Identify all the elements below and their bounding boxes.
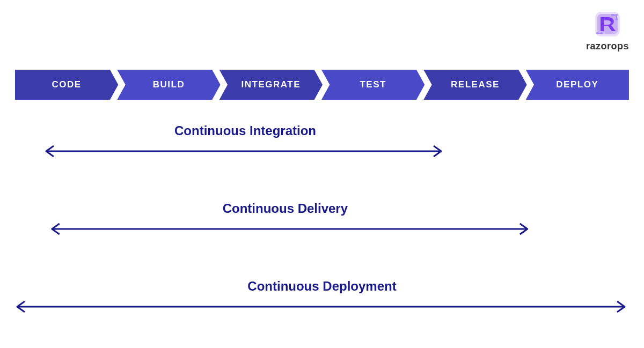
ci-arrow (15, 143, 475, 160)
pipeline-step-deploy: DEPLOY (526, 70, 629, 100)
pipeline-label-integrate: INTEGRATE (241, 79, 301, 90)
ci-label: Continuous Integration (15, 123, 475, 138)
svg-point-6 (616, 18, 618, 20)
cdeploy-section: Continuous Deployment (15, 279, 629, 317)
logo-area: razorops (586, 10, 629, 52)
cd-section: Continuous Delivery (15, 201, 629, 240)
pipeline-step-integrate: INTEGRATE (219, 70, 323, 100)
pipeline-step-build: BUILD (117, 70, 220, 100)
svg-point-4 (616, 14, 618, 16)
svg-point-9 (601, 32, 603, 34)
pipeline-label-deploy: DEPLOY (556, 79, 598, 90)
pipeline-step-release: RELEASE (423, 70, 526, 100)
pipeline-label-build: BUILD (153, 79, 185, 90)
ci-section: Continuous Integration (15, 123, 629, 162)
svg-rect-1 (597, 14, 618, 34)
cd-arrow (15, 220, 568, 238)
razorops-icon (593, 10, 622, 39)
cdeploy-label: Continuous Deployment (15, 279, 629, 294)
pipeline-label-release: RELEASE (451, 79, 500, 90)
logo-text: razorops (586, 41, 629, 52)
cdeploy-arrow (15, 298, 629, 315)
pipeline-step-test: TEST (321, 70, 425, 100)
svg-point-8 (596, 32, 598, 34)
pipeline-row: CODE BUILD INTEGRATE TEST RELEASE DEPLOY (15, 70, 629, 100)
pipeline-label-code: CODE (52, 79, 82, 90)
svg-point-5 (611, 14, 613, 16)
pipeline-label-test: TEST (360, 79, 386, 90)
pipeline-step-code: CODE (15, 70, 118, 100)
cd-label: Continuous Delivery (15, 201, 555, 216)
